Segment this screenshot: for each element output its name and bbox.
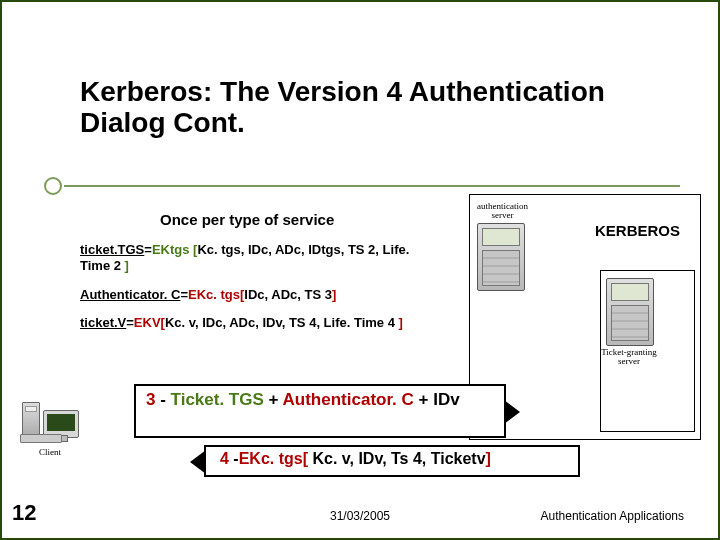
- pc-icon: [22, 402, 79, 438]
- client-icon-block: Client: [22, 402, 79, 457]
- arrow-left-icon: [190, 450, 206, 474]
- auth-c-label: Authenticator. C: [80, 287, 180, 302]
- dash: -: [155, 390, 170, 409]
- auth-server-caption: authenticationserver: [477, 202, 528, 221]
- authenticator-c-def: Authenticator. C=EKc. tgs[IDc, ADc, TS 3…: [80, 287, 410, 303]
- server-icon: [606, 278, 654, 346]
- message-4-arrow: 4 -EKc. tgs[ Kc. v, IDv, Ts 4, Ticketv]: [204, 445, 580, 477]
- msg4-body: Kc. v, IDv, Ts 4, Ticketv: [308, 450, 486, 467]
- keyboard-icon: [20, 434, 62, 443]
- tgs-caption: Ticket-grantingserver: [594, 348, 664, 367]
- dash: -: [229, 450, 239, 467]
- title-rule: [64, 185, 680, 187]
- plus: +: [414, 390, 433, 409]
- message-4-text: 4 -EKc. tgs[ Kc. v, IDv, Ts 4, Ticketv]: [220, 450, 491, 468]
- close-bracket: ]: [486, 450, 491, 467]
- definitions-block: ticket.TGS=EKtgs [Kc. tgs, IDc, ADc, IDt…: [80, 242, 410, 343]
- msg3-a: Ticket. TGS: [171, 390, 264, 409]
- message-3-arrow: 3 - Ticket. TGS + Authenticator. C + IDv: [134, 384, 506, 438]
- eq: =: [126, 315, 134, 330]
- subheading: Once per type of service: [160, 211, 334, 228]
- msg3-c: IDv: [433, 390, 459, 409]
- footer-title: Authentication Applications: [541, 509, 684, 523]
- ticket-v-key: EKV[: [134, 315, 165, 330]
- eq: =: [180, 287, 188, 302]
- slide-frame: Kerberos: The Version 4 Authentication D…: [0, 0, 720, 540]
- ticket-tgs-def: ticket.TGS=EKtgs [Kc. tgs, IDc, ADc, IDt…: [80, 242, 410, 275]
- close-bracket: ]: [399, 315, 403, 330]
- kerberos-label: KERBEROS: [595, 222, 680, 239]
- auth-server-icon: authenticationserver: [477, 202, 528, 291]
- eq: =: [144, 242, 152, 257]
- auth-c-body: IDc, ADc, TS 3: [244, 287, 332, 302]
- arrow-right-icon: [504, 400, 520, 424]
- msg4-num: 4: [220, 450, 229, 467]
- ticket-tgs-label: ticket.TGS: [80, 242, 144, 257]
- auth-c-key: EKc. tgs[: [188, 287, 244, 302]
- close-bracket: ]: [125, 258, 129, 273]
- message-3-text: 3 - Ticket. TGS + Authenticator. C + IDv: [146, 390, 494, 410]
- ticket-v-def: ticket.V=EKV[Kc. v, IDc, ADc, IDv, TS 4,…: [80, 315, 410, 331]
- close-bracket: ]: [332, 287, 336, 302]
- tgs-icon-block: Ticket-grantingserver: [606, 278, 664, 367]
- tower-icon: [22, 402, 40, 438]
- msg3-b: Authenticator. C: [283, 390, 414, 409]
- slide-title: Kerberos: The Version 4 Authentication D…: [80, 77, 670, 139]
- ticket-v-label: ticket.V: [80, 315, 126, 330]
- ticket-v-body: Kc. v, IDc, ADc, IDv, TS 4, Life. Time 4: [165, 315, 399, 330]
- server-icon: [477, 223, 525, 291]
- bullet-icon: [44, 177, 62, 195]
- plus: +: [264, 390, 283, 409]
- msg4-key: EKc. tgs[: [239, 450, 308, 467]
- client-caption: Client: [22, 448, 78, 457]
- ticket-tgs-key: EKtgs: [152, 242, 193, 257]
